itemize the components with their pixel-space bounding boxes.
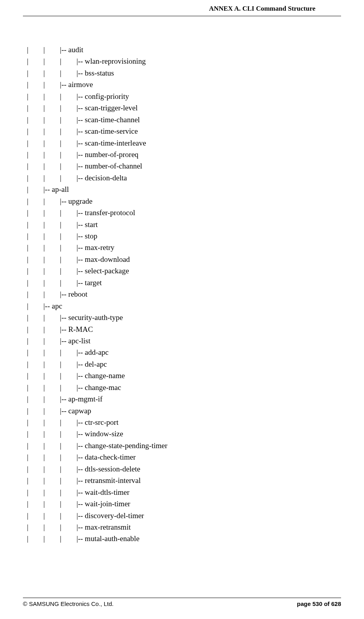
page-footer: © SAMSUNG Electronics Co., Ltd. page 530… [23, 598, 341, 607]
footer-copyright: © SAMSUNG Electronics Co., Ltd. [23, 600, 113, 607]
cli-tree-content: | | |-- audit | | | |-- wlan-reprovision… [0, 16, 364, 545]
page-header: ANNEX A. CLI Command Structure [23, 0, 341, 16]
header-title: ANNEX A. CLI Command Structure [209, 5, 315, 12]
footer-page: page 530 of 628 [297, 600, 341, 607]
